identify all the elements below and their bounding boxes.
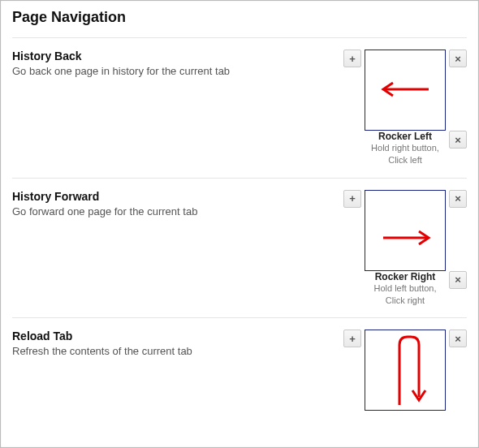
add-gesture-button[interactable]: + (343, 50, 361, 67)
gesture-controls: + × Rocker Left Hold right button, Click… (343, 50, 467, 166)
gesture-desc: Go forward one page for the current tab (12, 205, 327, 219)
arrow-right-icon (365, 191, 447, 272)
gesture-title: Reload Tab (12, 330, 327, 342)
u-turn-down-icon (365, 330, 447, 411)
gesture-controls: + × (343, 330, 467, 411)
gesture-row: History Forward Go forward one page for … (12, 190, 467, 319)
gesture-preview[interactable] (365, 190, 446, 271)
secondary-gesture: Rocker Right Hold left button, Click rig… (365, 271, 446, 307)
secondary-gesture: Rocker Left Hold right button, Click lef… (365, 131, 446, 166)
gesture-desc: Refresh the contents of the current tab (12, 344, 327, 359)
settings-panel: Page Navigation History Back Go back one… (0, 0, 479, 448)
gesture-row: Reload Tab Refresh the contents of the c… (12, 330, 467, 422)
remove-gesture-button[interactable]: × (449, 190, 467, 208)
remove-gesture-button[interactable]: × (449, 50, 467, 67)
add-gesture-button[interactable]: + (343, 190, 361, 208)
gesture-text: History Back Go back one page in history… (12, 50, 343, 79)
gesture-text: History Forward Go forward one page for … (12, 190, 343, 219)
gesture-title: History Back (12, 50, 327, 62)
secondary-gesture-desc: Hold right button, Click left (365, 142, 446, 166)
gesture-text: Reload Tab Refresh the contents of the c… (12, 330, 343, 359)
remove-secondary-button[interactable]: × (449, 271, 467, 289)
remove-secondary-button[interactable]: × (449, 131, 467, 149)
divider (12, 37, 467, 38)
gesture-preview[interactable] (365, 50, 446, 131)
section-title: Page Navigation (12, 9, 467, 26)
add-gesture-button[interactable]: + (343, 330, 361, 347)
gesture-controls: + × Rocker Right Hold left button, Click… (343, 190, 467, 307)
secondary-gesture-name: Rocker Left (365, 131, 446, 142)
arrow-left-icon (365, 50, 447, 131)
remove-gesture-button[interactable]: × (449, 330, 467, 347)
secondary-gesture-name: Rocker Right (365, 271, 446, 282)
gesture-preview[interactable] (365, 330, 446, 411)
secondary-gesture-desc: Hold left button, Click right (365, 282, 446, 307)
gesture-title: History Forward (12, 190, 327, 203)
gesture-desc: Go back one page in history for the curr… (12, 64, 327, 79)
gesture-row: History Back Go back one page in history… (12, 50, 467, 179)
